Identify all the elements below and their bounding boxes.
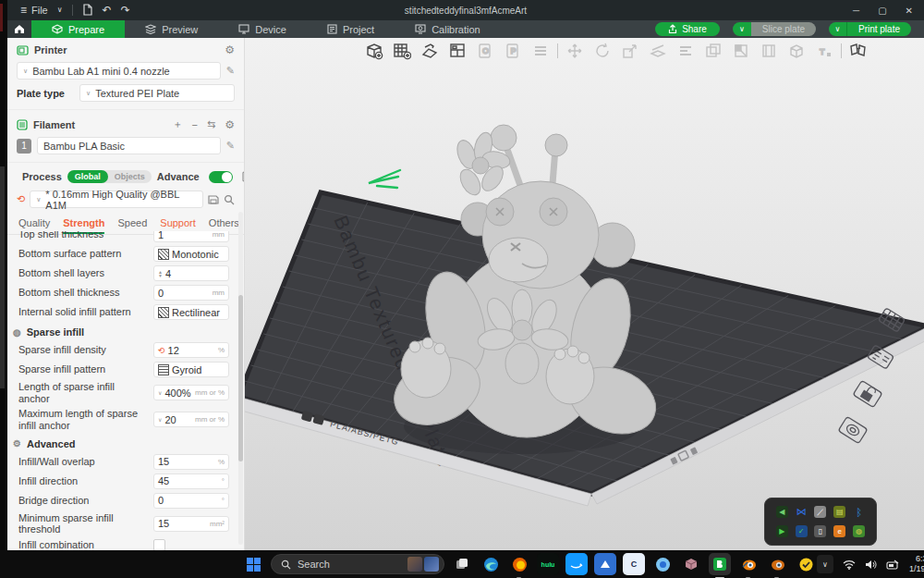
infill-combination-checkbox[interactable] xyxy=(153,539,165,550)
tray-overflow-chevron[interactable]: ∨ xyxy=(817,555,833,573)
variable-layer-button[interactable] xyxy=(675,40,697,62)
move-button[interactable] xyxy=(564,40,586,62)
blue-bowtie-tray-icon[interactable]: ⋈ xyxy=(796,506,808,518)
modified-reset-icon[interactable]: ⟲ xyxy=(17,193,25,205)
search-settings-icon[interactable] xyxy=(224,194,235,205)
top-shell-thickness-input[interactable]: 1mm xyxy=(153,231,229,242)
scope-objects[interactable]: Objects xyxy=(108,172,152,181)
phone-usb-tray-icon[interactable]: ▯ xyxy=(814,525,826,537)
stepper-arrows-icon[interactable]: ▲▼ xyxy=(158,270,163,277)
minimize-button[interactable]: ─ xyxy=(853,6,859,16)
reset-value-icon[interactable]: ⟲ xyxy=(158,346,165,355)
viewport-3d[interactable]: Bambu Textured PEI Plate PLA/ABS/PETG xyxy=(245,38,924,550)
settings-list[interactable]: Top shell thickness 1mm Bottom surface p… xyxy=(7,231,244,550)
process-preset-select[interactable]: ∨ * 0.16mm High Quality @BBL A1M xyxy=(30,191,203,208)
process-scope-switch[interactable]: Global Objects xyxy=(67,170,152,183)
copy-button[interactable]: O xyxy=(474,40,496,62)
rotate-button[interactable] xyxy=(591,40,614,62)
add-object-button[interactable] xyxy=(363,40,385,62)
mesh-edit-button[interactable] xyxy=(785,40,808,62)
auto-orient-button[interactable] xyxy=(419,40,441,62)
text-tool-button[interactable]: T xyxy=(813,40,835,62)
add-filament-button[interactable]: ＋ xyxy=(173,117,183,131)
blender-icon[interactable] xyxy=(737,553,760,575)
split-to-objects-button[interactable] xyxy=(847,40,869,62)
arrange-button[interactable] xyxy=(446,40,468,62)
filament-select[interactable]: Bambu PLA Basic xyxy=(37,137,221,154)
edit-printer-icon[interactable]: ✎ xyxy=(226,65,235,77)
start-button[interactable] xyxy=(242,553,264,575)
chevron-down-icon[interactable]: ∨ xyxy=(57,6,63,14)
bluetooth-tray-icon[interactable]: ᛒ xyxy=(853,506,865,518)
undo-icon[interactable]: ↶ xyxy=(103,5,112,16)
wifi-icon[interactable] xyxy=(843,560,856,570)
paste-button[interactable]: P xyxy=(502,40,524,62)
color-paint-button[interactable] xyxy=(730,40,752,62)
sparse-infill-pattern-select[interactable]: Gyroid xyxy=(153,362,229,377)
bridge-direction-input[interactable]: 0° xyxy=(153,493,229,509)
maximize-button[interactable]: ▢ xyxy=(878,6,886,16)
scrollbar-thumb[interactable] xyxy=(238,295,243,461)
cube-app-icon[interactable] xyxy=(680,553,702,575)
advance-toggle[interactable] xyxy=(209,171,233,183)
printer-settings-gear-icon[interactable]: ⚙ xyxy=(225,43,235,56)
blue-circle-app-icon[interactable] xyxy=(651,553,674,575)
tab-preview[interactable]: Preview xyxy=(125,20,218,38)
add-plate-button[interactable] xyxy=(391,40,413,62)
print-plate-button[interactable]: ∨ Print plate xyxy=(829,22,911,36)
infill-wall-overlap-input[interactable]: 15% xyxy=(153,454,229,470)
task-view-button[interactable] xyxy=(451,553,473,575)
scale-button[interactable] xyxy=(619,40,641,62)
shield-check-tray-icon[interactable]: ✓ xyxy=(796,525,808,537)
capcut-icon[interactable]: C xyxy=(623,553,645,575)
close-button[interactable]: ✕ xyxy=(906,6,913,16)
firefox-icon[interactable] xyxy=(508,553,530,575)
edit-filament-icon[interactable]: ✎ xyxy=(226,140,235,152)
bambu-studio-icon[interactable] xyxy=(709,553,731,575)
sync-filament-icon[interactable]: ⇆ xyxy=(207,118,215,130)
scope-global[interactable]: Global xyxy=(67,170,108,183)
filament-settings-gear-icon[interactable]: ⚙ xyxy=(225,118,235,131)
slice-dropdown-chevron[interactable]: ∨ xyxy=(733,22,751,36)
hulu-icon[interactable]: hulu xyxy=(537,553,559,575)
search-highlights[interactable] xyxy=(407,557,439,572)
volume-icon[interactable] xyxy=(865,560,877,570)
infill-anchor-max-select[interactable]: ∨20mm or % xyxy=(153,412,229,427)
bottom-shell-layers-stepper[interactable]: ▲▼4 xyxy=(153,265,229,281)
gray-pen-tray-icon[interactable]: ／ xyxy=(814,506,826,518)
print-dropdown-chevron[interactable]: ∨ xyxy=(829,22,847,36)
redo-icon[interactable]: ↷ xyxy=(121,5,130,16)
globe-green-tray-icon[interactable]: ◍ xyxy=(853,525,865,537)
printer-preset-select[interactable]: ∨ Bambu Lab A1 mini 0.4 nozzle xyxy=(17,62,221,80)
clone-button[interactable] xyxy=(702,40,724,62)
green-play-tray-icon[interactable]: ▶ xyxy=(776,525,788,537)
green-arrow-tray-icon[interactable]: ◀ xyxy=(776,506,788,518)
infill-anchor-select[interactable]: ∨400%mm or % xyxy=(153,385,229,400)
tab-prepare[interactable]: Prepare xyxy=(31,20,125,38)
slice-plate-button[interactable]: ∨ Slice plate xyxy=(733,22,816,36)
share-button[interactable]: Share xyxy=(655,22,720,36)
remove-filament-button[interactable]: − xyxy=(192,119,198,130)
yellow-check-app-icon[interactable] xyxy=(795,553,817,575)
new-project-icon[interactable] xyxy=(82,4,93,18)
tab-calibration[interactable]: Calibration xyxy=(395,20,501,38)
mail-orange-tray-icon[interactable]: e xyxy=(833,525,845,537)
blue-app-icon[interactable] xyxy=(594,553,616,575)
min-sparse-infill-threshold-input[interactable]: 15mm² xyxy=(153,516,229,532)
save-preset-icon[interactable] xyxy=(208,194,219,205)
internal-solid-infill-pattern-select[interactable]: Rectilinear xyxy=(153,304,229,320)
plate-type-select[interactable]: ∨ Textured PEI Plate xyxy=(79,84,235,102)
bottom-surface-pattern-select[interactable]: Monotonic xyxy=(153,246,229,262)
layers-button[interactable] xyxy=(529,40,552,62)
sparse-infill-density-input[interactable]: ⟲12% xyxy=(153,342,229,358)
infill-direction-input[interactable]: 45° xyxy=(153,473,229,489)
taskbar-clock[interactable]: 6:36 AM 1/19/2024 xyxy=(909,554,924,575)
tab-device[interactable]: Device xyxy=(218,20,307,38)
home-button[interactable] xyxy=(7,20,31,38)
tab-project[interactable]: Project xyxy=(307,20,395,38)
bottom-shell-thickness-input[interactable]: 0mm xyxy=(153,285,229,301)
battery-pen-icon[interactable] xyxy=(886,560,900,570)
cut-button[interactable] xyxy=(647,40,669,62)
blender-alt-icon[interactable] xyxy=(766,553,788,575)
file-menu[interactable]: ≡ File xyxy=(20,5,48,16)
